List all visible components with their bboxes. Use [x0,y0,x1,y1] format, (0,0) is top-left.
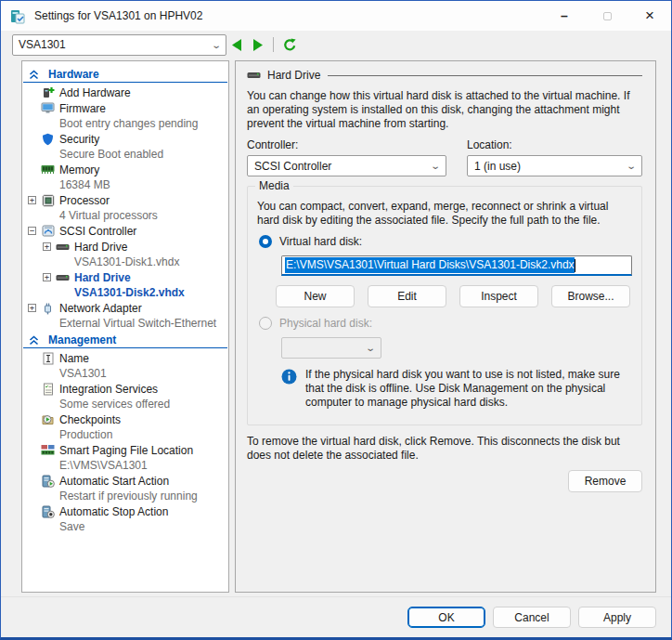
name-icon [41,352,55,365]
sidebar-subtext-hard-drive-2: VSA1301-Disk2.vhdx [22,285,228,300]
radio-disabled-icon [259,317,272,330]
sidebar-item-integration-services[interactable]: Integration Services [22,381,228,397]
sidebar-item-name[interactable]: Name [22,350,228,366]
sidebar-item-firmware[interactable]: Firmware [22,100,228,116]
sidebar-item-smart-paging[interactable]: Smart Paging File Location [22,442,228,458]
controller-dropdown[interactable]: SCSI Controller ⌄ [247,155,446,176]
edit-button[interactable]: Edit [368,285,446,307]
chevron-down-icon: ⌄ [626,161,637,171]
firmware-icon [41,102,55,115]
section-label: Hardware [48,68,99,81]
apply-button[interactable]: Apply [578,607,656,628]
sidebar-item-memory[interactable]: Memory [22,162,228,177]
physical-hard-disk-radio-label: Physical hard disk: [279,317,372,330]
forward-arrow-icon [252,39,263,51]
sidebar-subtext-integration-services: Some services offered [22,397,228,411]
radio-checked-icon[interactable] [259,235,272,248]
hard-drive-icon [247,71,261,80]
dialog-footer: OK Cancel Apply [1,596,671,637]
inspect-button[interactable]: Inspect [459,285,538,307]
sidebar-item-auto-start[interactable]: Automatic Start Action [22,473,228,489]
hard-drive-icon [56,241,70,254]
section-header-management[interactable]: Management [23,331,227,348]
controller-value: SCSI Controller [254,160,331,173]
physical-disk-info-text: If the physical hard disk you want to us… [305,368,632,410]
virtual-disk-path-input[interactable]: E:\VMS\VSA1301\Virtual Hard Disks\VSA130… [281,255,632,276]
hard-drive-settings-panel: Hard Drive You can change how this virtu… [235,60,656,593]
toolbar: VSA1301 ⌄ [1,31,671,59]
title-bar: Settings for VSA1301 on HPHV02 – × [1,1,671,31]
sidebar-item-hard-drive-2-selected[interactable]: + Hard Drive [22,269,228,285]
remove-note-text: To remove the virtual hard disk, click R… [247,435,642,463]
controller-label: Controller: [247,138,446,151]
physical-disk-dropdown: ⌄ [281,337,381,359]
sidebar-item-processor[interactable]: + Processor [22,192,228,208]
expander-plus-icon[interactable]: + [28,304,36,312]
smart-paging-icon [41,444,55,457]
main-area: Hardware Add Hardware [1,59,671,596]
expander-plus-icon[interactable]: + [28,196,36,204]
media-groupbox-legend: Media [255,179,293,192]
section-header-hardware[interactable]: Hardware [23,65,227,83]
location-dropdown[interactable]: 1 (in use) ⌄ [467,155,642,176]
sidebar-subtext-name: VSA1301 [22,366,228,381]
scsi-controller-icon [41,225,55,238]
sidebar-subtext-network-adapter: External Virtual Switch-Ethernet [22,316,228,331]
vm-selector-dropdown[interactable]: VSA1301 ⌄ [12,34,226,56]
new-button[interactable]: New [276,285,355,307]
sidebar-subtext-hard-drive-1: VSA1301-Disk1.vhdx [22,255,228,269]
chevron-down-icon: ⌄ [430,161,441,171]
chevron-down-icon: ⌄ [365,343,376,353]
close-button[interactable]: × [628,1,671,31]
chevron-down-icon: ⌄ [211,40,222,50]
header-rule [328,75,642,76]
location-value: 1 (in use) [474,160,521,173]
section-label: Management [48,333,116,346]
chevrons-up-icon [29,335,39,346]
panel-intro-text: You can change how this virtual hard dis… [247,89,642,131]
sidebar-item-checkpoints[interactable]: Checkpoints [22,411,228,427]
memory-icon [41,163,55,176]
sidebar-item-network-adapter[interactable]: + Network Adapter [22,300,228,316]
chevrons-up-icon [29,70,39,80]
sidebar-subtext-memory: 16384 MB [22,177,228,192]
expander-minus-icon[interactable]: − [28,227,36,235]
navigate-forward-button[interactable] [247,34,267,55]
ok-button[interactable]: OK [407,607,485,628]
maximize-button [586,1,628,31]
sidebar-item-hard-drive-1[interactable]: + Hard Drive [22,239,228,255]
maximize-icon [603,12,612,20]
remove-button[interactable]: Remove [568,470,642,492]
cancel-button[interactable]: Cancel [493,607,571,628]
expander-plus-icon[interactable]: + [43,242,51,251]
sidebar-item-auto-stop[interactable]: Automatic Stop Action [22,503,228,519]
refresh-button[interactable] [279,34,300,55]
sidebar-item-security[interactable]: Security [22,131,228,147]
browse-button[interactable]: Browse... [551,285,630,307]
info-icon [281,369,297,410]
integration-services-icon [41,383,55,396]
virtual-hard-disk-radio-row[interactable]: Virtual hard disk: [259,235,632,248]
virtual-hard-disk-radio-label: Virtual hard disk: [279,235,362,248]
location-label: Location: [467,138,642,151]
sidebar-subtext-firmware: Boot entry changes pending [22,116,228,131]
expander-plus-icon[interactable]: + [43,273,51,281]
minimize-button[interactable]: – [543,1,586,31]
sidebar-subtext-processor: 4 Virtual processors [22,208,228,223]
selected-path-text: E:\VMS\VSA1301\Virtual Hard Disks\VSA130… [285,257,575,273]
info-row: If the physical hard disk you want to us… [281,368,632,410]
panel-title: Hard Drive [267,69,320,82]
sidebar-subtext-auto-start: Restart if previously running [22,489,228,503]
refresh-icon [283,38,297,52]
settings-window: Settings for VSA1301 on HPHV02 – × VSA13… [0,0,672,640]
auto-stop-icon [41,505,55,518]
physical-hard-disk-radio-row: Physical hard disk: [259,317,632,330]
sidebar-item-add-hardware[interactable]: Add Hardware [22,85,228,100]
media-groupbox: Media You can compact, convert, expand, … [247,186,642,425]
settings-tree: Hardware Add Hardware [21,60,229,593]
panel-header: Hard Drive [247,69,642,82]
sidebar-item-scsi-controller[interactable]: − SCSI Controller [22,223,228,239]
auto-start-icon [41,475,55,488]
navigate-back-button[interactable] [226,34,247,55]
toolbar-separator [273,37,274,52]
